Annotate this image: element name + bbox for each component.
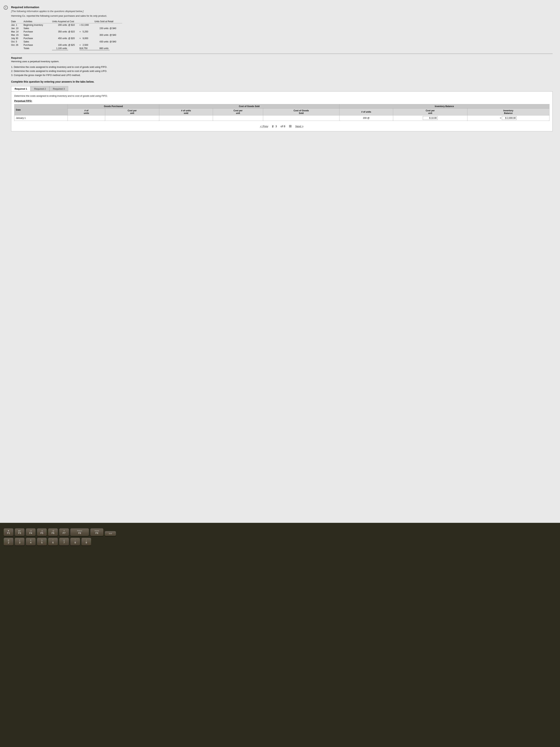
keyboard: ✱ F1 ▶II F3 ◁x F4 ◁) F5 ◁)) F6 ☀ F7 PrtS… — [0, 523, 560, 549]
tab-description: Determine the costs assigned to ending i… — [14, 95, 550, 97]
questions-list: 1. Determine the costs assigned to endin… — [11, 65, 553, 77]
question-1: 1. Determine the costs assigned to endin… — [11, 65, 553, 69]
keyboard-row-fn: ✱ F1 ▶II F3 ◁x F4 ◁) F5 ◁)) F6 ☀ F7 PrtS… — [4, 529, 556, 536]
gp-units-header: # ofunits — [68, 108, 105, 115]
key-f3[interactable]: ▶II F3 — [15, 529, 24, 536]
table-row: July 30 Purchase 450 units @ $20 = 9,000 — [11, 37, 122, 40]
gp-cost-header: Cost perunit — [105, 108, 159, 115]
fifo-date-jan1: January 1 — [15, 115, 68, 121]
tabs-container: Required 1 Required 2 Required 3 — [11, 86, 553, 91]
fifo-row-jan1: January 1 200 @ = — [15, 115, 550, 121]
fifo-inv-balance: = — [467, 115, 549, 121]
pagination: < Prev 2 3 of 8 ⊞ Next > — [14, 124, 550, 128]
inv-balance-input[interactable] — [502, 116, 517, 120]
key-5[interactable]: % 5 — [37, 538, 47, 545]
cgs-total-header: Cost of GoodsSold — [263, 108, 339, 115]
fifo-table: Date Goods Purchased Cost of Goods Sold … — [14, 104, 550, 121]
key-end[interactable]: End — [105, 531, 116, 536]
key-2[interactable]: @ 2 — [4, 538, 14, 545]
inv-units-header: # of units — [339, 108, 393, 115]
italic-note: [The following information applies to th… — [11, 10, 553, 12]
inv-cost-header: Cost perunit — [393, 108, 467, 115]
table-row: Oct. 5 Sales 430 units @ $40 — [11, 40, 122, 43]
goods-purchased-header: Goods Purchased — [68, 104, 159, 108]
fifo-gp-cost — [105, 115, 159, 121]
fifo-inv-units: 200 @ — [339, 115, 393, 121]
cgs-units-header: # of unitssold — [159, 108, 213, 115]
fifo-gp-units — [68, 115, 105, 121]
fifo-cgs-total — [263, 115, 339, 121]
perpetual-system-text: Hemming uses a perpetual inventory syste… — [11, 60, 553, 63]
next-button[interactable]: Next > — [295, 125, 303, 128]
key-home[interactable]: Home F9 — [90, 529, 103, 536]
tab-content: Determine the costs assigned to ending i… — [11, 91, 553, 131]
key-prtscn[interactable]: PrtScn F8 — [70, 529, 89, 536]
inv-cost-input[interactable] — [423, 116, 437, 120]
prev-button[interactable]: < Prev — [260, 125, 268, 128]
key-f4[interactable]: ◁x F4 — [26, 529, 35, 536]
key-4[interactable]: $ 4 — [26, 538, 35, 545]
grid-icon: ⊞ — [289, 124, 292, 128]
key-8[interactable]: * 8 — [70, 538, 80, 545]
table-row: Oct. 26 Purchase 100 units @ $25 = 2,500 — [11, 43, 122, 47]
required-info-title: Required information — [11, 5, 553, 9]
question-3: 3. Compute the gross margin for FIFO met… — [11, 73, 553, 77]
table-row: Jan. 1 Beginning inventory 200 units @ $… — [11, 23, 122, 27]
cogs-header: Cost of Goods Sold — [159, 104, 339, 108]
key-f7[interactable]: ☀ F7 — [59, 529, 69, 536]
of-text: of 8 — [281, 125, 285, 128]
tab-required-1[interactable]: Required 1 — [11, 86, 31, 91]
page-3[interactable]: 3 — [275, 125, 277, 128]
inventory-table: Date Activities Units Acquired at Cost U… — [11, 20, 122, 50]
table-row: Mar. 15 Sales 300 units @ $40 — [11, 33, 122, 37]
alert-icon: ! — [4, 5, 8, 10]
tab-required-3[interactable]: Required 3 — [49, 86, 68, 91]
key-9[interactable]: ( 9 — [81, 538, 91, 545]
complete-instruction: Complete this question by entering your … — [11, 80, 553, 83]
inventory-balance-header: Inventory Balance — [339, 104, 549, 108]
fifo-cgs-units — [159, 115, 213, 121]
table-row: Jan. 10 Sales 150 units @ $40 — [11, 27, 122, 30]
intro-text: Hemming Co. reported the following curre… — [11, 15, 553, 17]
inv-balance-header: InventoryBalance — [467, 108, 549, 115]
key-7[interactable]: & 7 — [59, 538, 69, 545]
tab-required-2[interactable]: Required 2 — [31, 86, 49, 91]
fifo-inv-cost[interactable] — [393, 115, 467, 121]
keyboard-row-num: @ 2 # 3 $ 4 % 5 ^ 6 & 7 * 8 ( 9 — [4, 538, 556, 545]
cgs-cost-header: Cost perunit — [213, 108, 263, 115]
key-f6[interactable]: ◁)) F6 — [48, 529, 58, 536]
fifo-date-header: Date — [15, 104, 68, 115]
page-2[interactable]: 2 — [272, 125, 273, 128]
required-label: Required: — [11, 56, 553, 59]
table-row-totals: Totals 1,100 units $18,750 880 units — [11, 47, 122, 50]
table-row: Mar. 14 Purchase 350 units @ $15 = 5,250 — [11, 30, 122, 33]
perpetual-label: Perpetual FIFO: — [14, 100, 550, 102]
page-numbers: 2 3 — [272, 125, 277, 128]
fifo-cgs-cost — [213, 115, 263, 121]
key-f5[interactable]: ◁) F5 — [37, 529, 47, 536]
key-6[interactable]: ^ 6 — [48, 538, 58, 545]
key-f1[interactable]: ✱ F1 — [4, 529, 14, 536]
question-2: 2. Determine the costs assigned to endin… — [11, 69, 553, 73]
key-3[interactable]: # 3 — [15, 538, 24, 545]
